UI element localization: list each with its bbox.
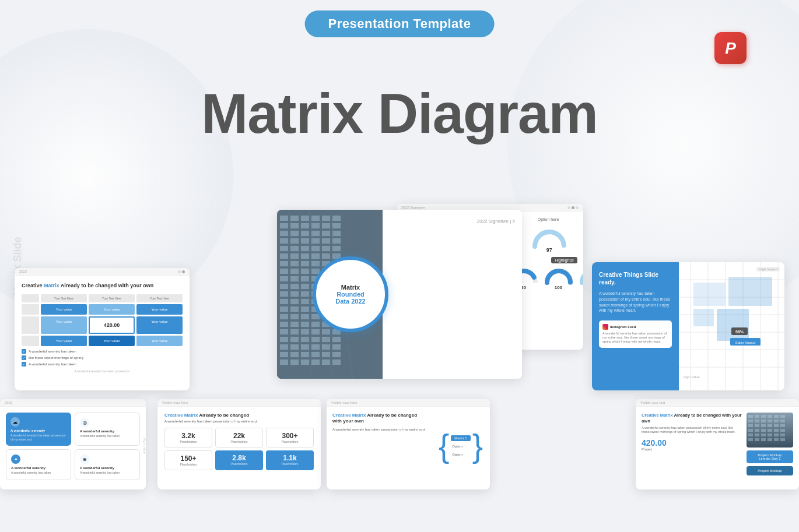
- serenity-title-2: A wonderful serenity: [80, 429, 135, 433]
- svg-rect-138: [717, 309, 749, 341]
- matrix-tag-1: Matrix 1: [451, 435, 470, 441]
- svg-rect-144: [748, 415, 753, 418]
- matrix-cell-2: Your value: [89, 304, 135, 315]
- svg-rect-13: [280, 231, 288, 236]
- svg-rect-99: [301, 337, 309, 342]
- right-slide-content: Creative Things Slide ready. A wonderful…: [592, 262, 784, 390]
- slide-bottom-4[interactable]: Visible your text Creative Matrix Alread…: [636, 399, 799, 489]
- center-circle: Matrix Rounded Data 2022: [313, 256, 388, 332]
- instagram-label: Instagram Feed: [602, 324, 668, 330]
- slides-container: Matrix Rounded Data 2022 2022 Signature …: [0, 227, 799, 532]
- svg-rect-4: [311, 216, 320, 221]
- bottom3-diagram: { Matrix 1 Option Option }: [432, 407, 490, 485]
- svg-rect-151: [755, 420, 759, 422]
- svg-rect-171: [768, 434, 772, 436]
- svg-rect-173: [780, 434, 785, 436]
- instagram-box: Instagram Feed A wonderful serenity has …: [599, 320, 672, 347]
- bottom3-desc: A wonderful serenity has taken possessio…: [332, 427, 426, 432]
- svg-rect-152: [761, 420, 766, 422]
- svg-rect-20: [290, 238, 299, 244]
- svg-rect-159: [768, 424, 772, 427]
- bottom4-project-label: Project: [642, 448, 742, 451]
- svg-rect-101: [322, 337, 330, 342]
- gauge-svg-9: [577, 265, 583, 287]
- serenity-text-1: A wonderful serenity has taken possessio…: [10, 434, 66, 441]
- serenity-text-2: A wonderful serenity has taken: [80, 434, 135, 438]
- svg-rect-81: [301, 314, 309, 319]
- right-slide-chart: High Impact High value: [679, 262, 785, 390]
- project-badge-1: Project MockupLineder Day 1: [747, 450, 793, 463]
- serenity-title-4: A wonderful serenity: [80, 466, 135, 470]
- project-badge-2: Project Mockup: [747, 466, 793, 475]
- check-item-3: ✓ A wonderful serenity has taken: [22, 362, 183, 367]
- bottom1-header: 2022: [0, 399, 146, 407]
- svg-rect-109: [280, 352, 288, 357]
- svg-rect-29: [322, 246, 330, 251]
- svg-rect-137: [693, 309, 714, 326]
- serenity-cards: ☁ A wonderful serenity A wonderful seren…: [6, 413, 140, 480]
- gauge-item-8: 100: [542, 265, 574, 290]
- stats-grid: 3.2k Placeholders 22k Placeholders 300+ …: [164, 428, 314, 470]
- svg-rect-112: [311, 352, 320, 357]
- col-header-1: Your Text Here: [41, 294, 87, 302]
- serenity-icon-1: ☁: [10, 417, 20, 427]
- stats-title: Creative Matrix Already to be changed: [164, 413, 314, 418]
- svg-rect-6: [332, 216, 341, 221]
- svg-rect-45: [301, 269, 309, 274]
- slide-center[interactable]: Matrix Rounded Data 2022 2022 Signature …: [277, 210, 522, 379]
- svg-rect-74: [290, 306, 299, 312]
- svg-rect-146: [761, 415, 766, 418]
- svg-rect-79: [280, 314, 288, 319]
- col-header-3: Your Text Here: [136, 294, 183, 302]
- matrix-grid: Your Text Here Your Text Here Your Text …: [22, 294, 183, 346]
- svg-rect-178: [774, 438, 779, 441]
- matrix-cell-6: Your value: [136, 316, 183, 334]
- svg-rect-97: [280, 337, 288, 342]
- gauge-svg-8: [542, 265, 574, 287]
- stat-3: 300+ Placeholders: [266, 428, 314, 448]
- svg-rect-31: [280, 253, 288, 259]
- svg-rect-119: [322, 360, 330, 365]
- left-slide-title: Creative Matrix Already to be changed wi…: [22, 283, 183, 290]
- center-right-area: 2022 Signature | 5: [383, 210, 522, 379]
- right-slide-title: Creative Things Slide ready.: [599, 271, 672, 286]
- svg-rect-49: [280, 276, 288, 281]
- svg-rect-118: [311, 360, 320, 365]
- ppt-icon: P: [714, 32, 747, 64]
- check-item-1: ✓ A wonderful serenity has taken: [22, 349, 183, 354]
- stats-subtitle: A wonderful serenity has taken possessio…: [164, 420, 314, 423]
- slide-bottom-2[interactable]: Visible your here Creative Matrix Alread…: [157, 399, 321, 489]
- svg-rect-8: [290, 223, 299, 228]
- svg-rect-145: [755, 415, 759, 418]
- slide-bottom-3[interactable]: Visible your here Creative Matrix Alread…: [327, 399, 490, 489]
- slide-left[interactable]: 2022 Creative Matrix Already to be chang…: [15, 268, 190, 390]
- stat-6: 1.1k Placeholders: [266, 450, 314, 470]
- header-badge-text: Presentation Template: [328, 16, 471, 31]
- svg-rect-160: [774, 424, 779, 427]
- right-slide-desc: A wonderful serenity has taken possessio…: [599, 291, 672, 313]
- svg-text:Sales Impact: Sales Impact: [735, 341, 755, 344]
- matrix-center-value: 420.00: [89, 316, 135, 334]
- svg-rect-61: [280, 291, 288, 297]
- center-circle-text: Matrix Rounded Data 2022: [332, 281, 368, 308]
- bottom4-text: A wonderful serenity has taken possessio…: [642, 426, 742, 435]
- slide-bottom-1[interactable]: 2022 ☁ A wonderful serenity A wonderful …: [0, 399, 146, 489]
- svg-rect-155: [780, 420, 785, 422]
- slide-right[interactable]: Creative Things Slide ready. A wonderful…: [592, 262, 784, 390]
- svg-rect-25: [280, 246, 288, 251]
- col-header-2: Your Text Here: [89, 294, 135, 302]
- svg-rect-9: [301, 223, 309, 228]
- svg-rect-37: [280, 261, 288, 266]
- svg-rect-168: [748, 434, 753, 436]
- svg-rect-164: [761, 429, 766, 432]
- svg-rect-114: [332, 352, 341, 357]
- svg-rect-38: [290, 261, 299, 266]
- svg-rect-98: [290, 337, 299, 342]
- svg-rect-179: [780, 438, 785, 441]
- svg-rect-10: [311, 223, 320, 228]
- gauge-item-9: 60: [577, 265, 583, 290]
- check-item-2: ✓ like these sweet mornings of spring: [22, 355, 183, 360]
- right-slide-blue-panel: Creative Things Slide ready. A wonderful…: [592, 262, 679, 390]
- svg-rect-165: [768, 429, 772, 432]
- svg-rect-23: [322, 238, 330, 244]
